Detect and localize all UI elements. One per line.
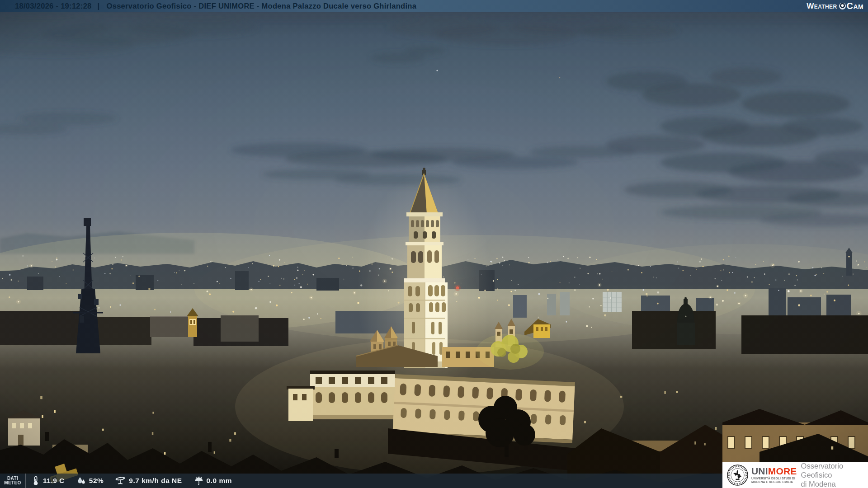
rain-reading: 0.0 mm [194, 476, 232, 486]
weather-data-bar: DATI METEO 11.9 C 52% 9.7 km/h da NE [0, 474, 722, 488]
timestamp: 18/03/2026 - 19:12:28 [15, 2, 92, 10]
unimore-more: MORE [768, 466, 797, 476]
humidity-reading: 52% [76, 476, 104, 486]
observatory-name: Osservatorio Geofisico di Modena [801, 461, 868, 488]
rain-icon [194, 476, 204, 486]
unimore-wordmark: UNIMORE UNIVERSITÀ DEGLI STUDI DI MODENA… [751, 466, 797, 483]
wind-reading: 9.7 km/h da NE [114, 476, 182, 486]
camera-lens-icon [839, 3, 846, 9]
page-title: Osservatorio Geofisico - DIEF UNIMORE - … [107, 2, 417, 10]
temperature-reading: 11.9 C [31, 476, 65, 486]
weathercam-word2: Cam [847, 1, 863, 11]
webcam-photo [0, 0, 868, 488]
weathercam-logo: Weather Cam [807, 0, 863, 12]
thermometer-icon [31, 476, 40, 486]
unimore-subtitle: UNIVERSITÀ DEGLI STUDI DI MODENA E REGGI… [751, 477, 797, 483]
weather-data-label: DATI METEO [0, 474, 26, 488]
humidity-icon [76, 476, 86, 486]
header-bar: 18/03/2026 - 19:12:28 | Osservatorio Geo… [0, 0, 868, 12]
wind-icon [114, 476, 126, 486]
weathercam-word1: Weather [807, 2, 837, 11]
header-separator: | [98, 2, 100, 10]
university-seal-icon [727, 465, 748, 486]
vignette [0, 12, 868, 488]
unimore-uni: UNI [751, 466, 768, 476]
unimore-logo-box: UNIMORE UNIVERSITÀ DEGLI STUDI DI MODENA… [722, 462, 868, 488]
webcam-page: { "header": { "timestamp": "18/03/2026 -… [0, 0, 868, 488]
